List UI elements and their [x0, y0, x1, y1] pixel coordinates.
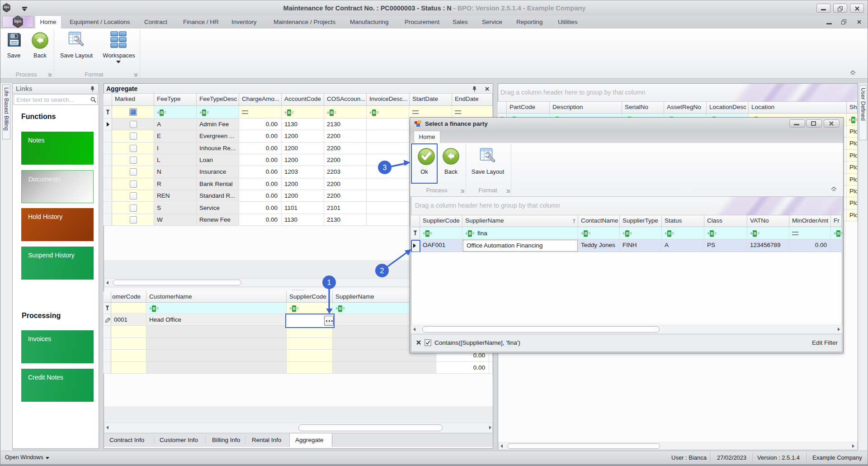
svg-text:bpo: bpo [14, 19, 22, 24]
